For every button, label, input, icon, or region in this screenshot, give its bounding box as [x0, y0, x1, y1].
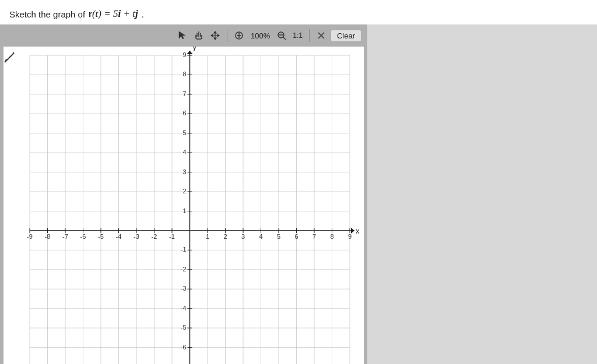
toolbar-separator-2	[309, 29, 310, 42]
pan-tool-button[interactable]	[192, 30, 206, 41]
move-tool-button[interactable]	[208, 30, 222, 41]
toolbar: 100% 1:1	[0, 24, 367, 47]
zoom-out-button[interactable]	[275, 30, 289, 41]
svg-line-2	[13, 52, 14, 53]
add-point-button[interactable]	[232, 30, 246, 41]
svg-marker-3	[179, 31, 185, 39]
clear-button[interactable]: Clear	[331, 30, 361, 42]
svg-line-13	[283, 37, 286, 40]
select-tool-button[interactable]	[175, 30, 189, 41]
instruction-prefix: Sketch the graph of	[9, 9, 85, 19]
zoom-ratio: 1:1	[293, 31, 303, 40]
content-area: 100% 1:1	[0, 24, 597, 364]
instruction: Sketch the graph of r(t) = 5i + tj .	[0, 0, 597, 24]
page: Sketch the graph of r(t) = 5i + tj .	[0, 0, 597, 364]
close-button[interactable]	[314, 30, 328, 41]
toolbar-separator-1	[227, 29, 227, 42]
right-panel	[367, 24, 597, 364]
period: .	[142, 9, 144, 19]
graph-panel: 100% 1:1	[0, 24, 367, 364]
instruction-math: r(t) = 5i + tj	[89, 8, 138, 20]
pencil-tool[interactable]	[3, 51, 16, 66]
zoom-level: 100%	[251, 31, 270, 40]
graph-container[interactable]	[3, 47, 364, 364]
